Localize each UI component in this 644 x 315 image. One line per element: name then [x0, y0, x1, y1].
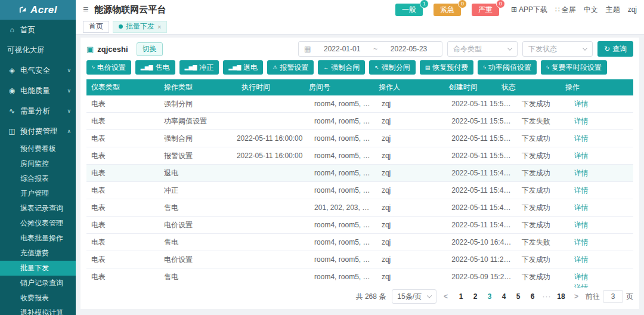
bell-icon: ⚠: [273, 65, 277, 70]
date-separator: ~: [373, 45, 377, 53]
detail-link[interactable]: 详情: [574, 186, 589, 194]
date-range-picker[interactable]: ▦ 2022-01-01 ~ 2022-05-23: [298, 41, 442, 57]
toolbar-button[interactable]: ϟ 功率阈值设置: [478, 60, 537, 75]
header-link[interactable]: 主题: [606, 5, 620, 15]
main-area: ≡ 能源物联网云平台 一般 1 紧急 0: [76, 0, 644, 315]
header-link[interactable]: zqj: [628, 5, 637, 14]
refresh-icon: ↻: [604, 45, 610, 53]
sidebar-subitem[interactable]: 批量下发: [0, 261, 76, 276]
sidebar-subitem[interactable]: 充值缴费: [0, 246, 76, 261]
cell-meter-type: 电表: [86, 220, 159, 230]
cell-action: 详情: [569, 283, 633, 288]
tab-active-dot: [119, 24, 123, 29]
cell-room-numbers: room4, room5, room6, room...: [309, 169, 377, 177]
alarm-button[interactable]: 一般 1: [395, 4, 423, 16]
detail-link[interactable]: 详情: [574, 255, 589, 264]
sidebar-subitem[interactable]: 预付费看板: [0, 141, 76, 156]
power-quality-icon: ◉: [7, 87, 17, 95]
header-link[interactable]: ∷ 全屏: [555, 5, 576, 15]
column-header: 操作类型: [159, 82, 237, 92]
table-row: 电表 电价设置 room4, room5, room6, room... zqj…: [86, 251, 633, 268]
cell-meter-type: 电表: [86, 186, 159, 196]
detail-link[interactable]: 详情: [574, 238, 589, 246]
sidebar-item[interactable]: ◫ 预付费管理 ∧: [0, 121, 76, 141]
sidebar-subitem-label: 房间监控: [20, 159, 49, 168]
dispatch-status-placeholder: 下发状态: [528, 44, 557, 54]
header-link[interactable]: ⊞ APP下载: [511, 5, 547, 15]
sidebar-item[interactable]: ∿ 需量分析 ∨: [0, 101, 76, 121]
page-size-select[interactable]: 15条/页: [392, 289, 436, 304]
detail-link[interactable]: 详情: [574, 152, 589, 160]
detail-link[interactable]: 详情: [574, 169, 589, 177]
cell-status: 下发失败: [517, 237, 569, 248]
toolbar-button-label: 退电: [243, 63, 258, 73]
chevron-icon: ∨: [67, 67, 71, 73]
page-number[interactable]: ···: [541, 292, 553, 301]
sidebar-subitem[interactable]: 公摊仪表管理: [0, 216, 76, 231]
page-number[interactable]: 6: [527, 292, 538, 301]
detail-link[interactable]: 详情: [574, 117, 589, 125]
app-window: Acrel ⌂ 首页 可视化大屏 ◈ 电气安全 ∨: [0, 0, 644, 315]
cell-created-time: 2022-05-11 15:52:29: [447, 134, 516, 143]
page-number[interactable]: 3: [484, 292, 496, 301]
sidebar-subitem[interactable]: 收费报表: [0, 291, 76, 305]
alarm-buttons: 一般 1 紧急 0 严重 0: [395, 4, 499, 16]
alarm-button[interactable]: 紧急 0: [434, 4, 461, 16]
jump-page-input[interactable]: [603, 290, 623, 303]
sidebar-item[interactable]: ⌂ 首页: [0, 20, 76, 40]
switch-project-button[interactable]: 切换: [137, 42, 163, 56]
detail-link[interactable]: 详情: [574, 283, 589, 288]
header-link[interactable]: 中文: [584, 5, 598, 15]
tab-close-icon[interactable]: ×: [157, 23, 161, 30]
sidebar-item[interactable]: ◉ 电能质量 ∨: [0, 81, 76, 101]
prev-page-button[interactable]: <: [442, 292, 449, 301]
sidebar-subitem[interactable]: 电表批量操作: [0, 231, 76, 246]
sidebar-subitem[interactable]: 退表记录查询: [0, 201, 76, 216]
sidebar-item[interactable]: 可视化大屏: [0, 40, 76, 60]
query-button[interactable]: ↻ 查询: [597, 41, 633, 57]
cell-room-numbers: room4, room5, room6, room...: [309, 152, 377, 160]
toolbar-button[interactable]: ▂▅▇ 售电: [135, 60, 175, 75]
toolbar-button[interactable]: ϟ 电价设置: [86, 60, 131, 75]
toolbar-button[interactable]: ▂▅▇ 冲正: [179, 60, 219, 75]
detail-link[interactable]: 详情: [574, 100, 589, 108]
alarm-button[interactable]: 严重 0: [472, 4, 499, 16]
dispatch-status-select[interactable]: 下发状态: [522, 41, 593, 57]
toolbar-button[interactable]: ▤ 恢复预付费: [420, 60, 474, 75]
toolbar-button[interactable]: ϟ 复费率时段设置: [541, 60, 607, 75]
toolbar-button[interactable]: ← 强制合闸: [318, 60, 365, 75]
tab[interactable]: 首页 ×: [83, 21, 109, 33]
next-page-button[interactable]: >: [573, 292, 580, 301]
lightning-icon: ϟ: [92, 65, 95, 70]
toolbar-button[interactable]: ▂▅▇ 退电: [223, 60, 263, 75]
cell-room-numbers: room4, room5, room6, room...: [309, 238, 377, 246]
command-type-select[interactable]: 命令类型: [447, 41, 518, 57]
cell-status: 下发成功: [517, 134, 569, 144]
sidebar-subitem[interactable]: 开户管理: [0, 186, 76, 201]
sidebar-item[interactable]: ◈ 电气安全 ∨: [0, 60, 76, 81]
page-number[interactable]: 5: [512, 292, 524, 301]
toolbar-button[interactable]: ⚠ 报警设置: [267, 60, 314, 75]
sidebar-subitem[interactable]: 退补模拟计算: [0, 305, 76, 315]
detail-link[interactable]: 详情: [574, 221, 589, 229]
start-date-value[interactable]: 2022-01-01: [314, 45, 370, 53]
sidebar-item-label: 电能质量: [20, 86, 67, 96]
table-row: 电表 售电 201, 202, 203, 204, 206, 209, ... …: [86, 199, 633, 217]
tab[interactable]: 批量下发 ×: [113, 21, 167, 33]
page-number[interactable]: 4: [498, 292, 510, 301]
cell-meter-type: 电表: [86, 116, 159, 126]
end-date-value[interactable]: 2022-05-23: [381, 45, 436, 53]
cell-meter-type: 电表: [86, 151, 159, 161]
detail-link[interactable]: 详情: [574, 203, 589, 212]
collapse-menu-icon[interactable]: ≡: [83, 5, 88, 14]
sidebar-subitem[interactable]: 综合报表: [0, 171, 76, 186]
page-number[interactable]: 1: [455, 292, 467, 301]
sidebar-subitem[interactable]: 房间监控: [0, 156, 76, 171]
page-number[interactable]: 2: [469, 292, 481, 301]
cell-meter-type: 电表: [86, 272, 159, 282]
toolbar-button[interactable]: ↖ 强制分闸: [369, 60, 416, 75]
detail-link[interactable]: 详情: [574, 134, 589, 143]
detail-link[interactable]: 详情: [574, 273, 589, 281]
page-number[interactable]: 18: [555, 292, 567, 301]
sidebar-subitem[interactable]: 销户记录查询: [0, 276, 76, 291]
